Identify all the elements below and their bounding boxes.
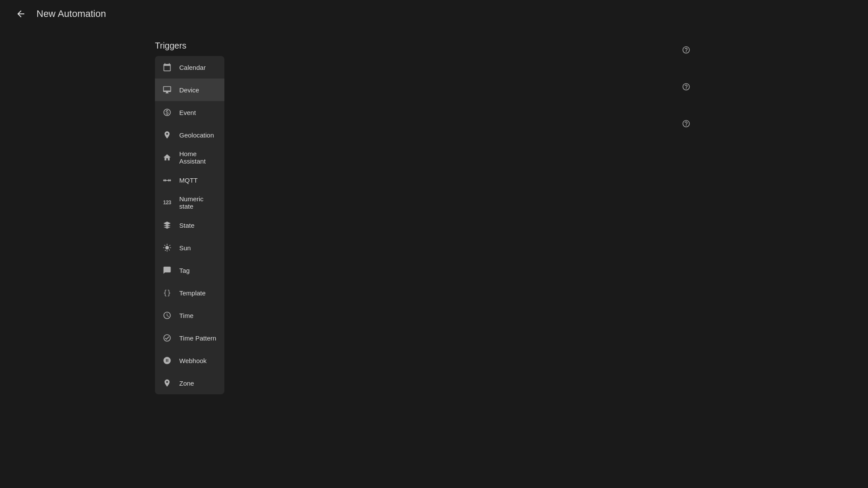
help-icon-mid [682,82,690,91]
mqtt-icon [162,175,172,185]
trigger-item-webhook[interactable]: Webhook [155,349,224,372]
trigger-label-numeric-state: Numeric state [179,195,217,210]
trigger-list: Calendar Device Event [155,56,224,394]
device-icon [162,85,172,95]
trigger-item-geolocation[interactable]: Geolocation [155,124,224,146]
trigger-label-tag: Tag [179,267,190,274]
geolocation-icon [162,130,172,140]
trigger-item-event[interactable]: Event [155,101,224,124]
header: New Automation [0,0,868,28]
trigger-item-zone[interactable]: Zone [155,372,224,394]
trigger-help-button-3[interactable] [679,117,693,131]
trigger-label-template: Template [179,289,206,297]
zone-icon [162,378,172,388]
help-icon-low [682,119,690,128]
trigger-item-mqtt[interactable]: MQTT [155,169,224,191]
event-icon [162,107,172,118]
help-icon-top [682,46,690,54]
trigger-label-home-assistant: Home Assistant [179,150,217,165]
trigger-label-sun: Sun [179,244,191,252]
trigger-label-time: Time [179,312,194,319]
main-content: Triggers Calendar Device [0,28,868,399]
calendar-icon [162,62,172,72]
trigger-item-time[interactable]: Time [155,304,224,327]
trigger-item-time-pattern[interactable]: Time Pattern [155,327,224,349]
triggers-title: Triggers [155,41,187,51]
state-icon [162,220,172,230]
trigger-label-device: Device [179,86,199,94]
trigger-item-calendar[interactable]: Calendar [155,56,224,79]
trigger-item-state[interactable]: State [155,214,224,236]
trigger-label-zone: Zone [179,380,194,387]
triggers-header: Triggers [155,41,381,51]
trigger-label-state: State [179,222,194,229]
trigger-item-tag[interactable]: Tag [155,259,224,282]
trigger-item-template[interactable]: {} Template [155,282,224,304]
back-icon [16,9,26,19]
trigger-label-calendar: Calendar [179,64,206,71]
time-pattern-icon [162,333,172,343]
trigger-label-event: Event [179,109,196,116]
time-icon [162,310,172,321]
trigger-label-geolocation: Geolocation [179,131,214,139]
template-icon: {} [162,288,172,298]
page-title: New Automation [36,8,106,20]
trigger-label-mqtt: MQTT [179,177,198,184]
triggers-help-button[interactable] [679,43,693,57]
tag-icon [162,265,172,275]
back-button[interactable] [12,5,30,23]
home-assistant-icon [162,152,172,163]
numeric-state-icon: 123 [162,197,172,208]
trigger-item-numeric-state[interactable]: 123 Numeric state [155,191,224,214]
sun-icon [162,242,172,253]
trigger-label-webhook: Webhook [179,357,207,364]
trigger-item-sun[interactable]: Sun [155,236,224,259]
trigger-item-device[interactable]: Device [155,79,224,101]
trigger-help-button-2[interactable] [679,80,693,94]
triggers-section: Triggers Calendar Device [155,41,381,394]
trigger-label-time-pattern: Time Pattern [179,334,216,342]
trigger-item-home-assistant[interactable]: Home Assistant [155,146,224,169]
webhook-icon [162,355,172,366]
